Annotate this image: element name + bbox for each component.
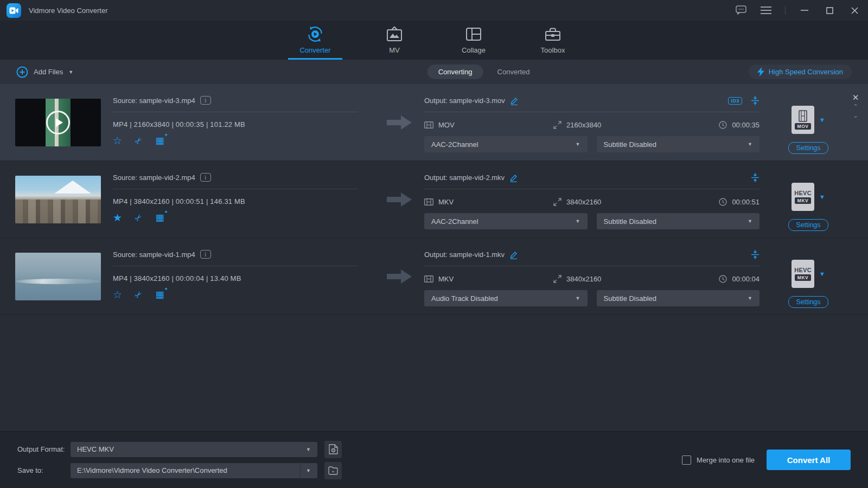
- id3-metadata-icon[interactable]: ID3: [728, 97, 742, 105]
- audio-track-select[interactable]: AAC-2Channel ▼: [424, 213, 588, 229]
- play-icon[interactable]: [46, 111, 70, 134]
- maximize-button[interactable]: [824, 4, 835, 16]
- subtitle-value: Subtitle Disabled: [604, 294, 657, 303]
- window-title: Vidmore Video Converter: [29, 7, 108, 15]
- output-format-badge-button[interactable]: HEVC MKV ▼: [792, 183, 825, 211]
- output-format: MOV: [438, 121, 455, 129]
- minimize-button[interactable]: [799, 4, 810, 16]
- enhance-video-icon[interactable]: ▦✦: [155, 136, 168, 145]
- close-button[interactable]: [848, 4, 860, 16]
- output-filename: Output: sample-vid-3.mov: [424, 97, 505, 105]
- edit-effects-icon[interactable]: ☆: [113, 290, 122, 300]
- tab-converter[interactable]: Converter: [287, 21, 343, 60]
- file-row-2: Source: sample-vid-2.mp4 i MP4 | 3840x21…: [0, 161, 868, 238]
- output-filename: Output: sample-vid-2.mkv: [424, 174, 505, 182]
- tab-toolbox[interactable]: Toolbox: [525, 21, 581, 60]
- enhance-video-icon[interactable]: ▦✦: [155, 290, 168, 299]
- convert-arrow-icon: [374, 161, 424, 237]
- select-caret-icon: ▼: [306, 447, 311, 452]
- audio-track-select[interactable]: AAC-2Channel ▼: [424, 136, 588, 152]
- rename-pencil-icon[interactable]: [510, 97, 519, 105]
- settings-button[interactable]: Settings: [788, 219, 828, 231]
- info-icon[interactable]: i: [200, 173, 211, 182]
- add-files-caret-icon: ▼: [68, 69, 73, 75]
- compress-icon[interactable]: [751, 96, 760, 105]
- output-format-select[interactable]: HEVC MKV ▼: [71, 442, 317, 457]
- info-icon[interactable]: i: [200, 250, 211, 259]
- duration-clock-icon: [719, 121, 727, 129]
- feedback-icon[interactable]: [735, 4, 747, 16]
- video-thumbnail-2[interactable]: [15, 176, 101, 223]
- source-filename: Source: sample-vid-3.mp4: [113, 97, 195, 105]
- select-caret-icon: ▼: [306, 468, 311, 473]
- settings-button[interactable]: Settings: [788, 296, 828, 308]
- divider: [113, 189, 358, 189]
- format-badge-codec: HEVC: [794, 267, 812, 273]
- compress-icon[interactable]: [751, 250, 760, 259]
- tab-mv-label: MV: [389, 46, 400, 54]
- audio-track-value: Audio Track Disabled: [431, 294, 498, 303]
- tab-collage-label: Collage: [462, 46, 486, 54]
- open-folder-button[interactable]: [324, 462, 342, 479]
- cut-icon[interactable]: ✂: [133, 135, 144, 146]
- divider: [113, 112, 358, 112]
- save-to-value: E:\Vidmore\Vidmore Video Converter\Conve…: [77, 466, 227, 474]
- audio-track-select[interactable]: Audio Track Disabled ▼: [424, 290, 588, 306]
- subtitle-select[interactable]: Subtitle Disabled ▼: [597, 290, 760, 306]
- edit-effects-icon[interactable]: ☆: [113, 136, 122, 146]
- convert-arrow-icon: [374, 84, 424, 160]
- output-format-badge-button[interactable]: MOV ▼: [792, 106, 825, 134]
- tab-mv[interactable]: MV: [366, 21, 423, 60]
- format-caret-icon: ▼: [819, 194, 825, 200]
- source-filename: Source: sample-vid-2.mp4: [113, 174, 195, 182]
- subtitle-select[interactable]: Subtitle Disabled ▼: [597, 136, 760, 152]
- output-resolution: 3840x2160: [566, 275, 601, 283]
- checkbox-box[interactable]: [682, 455, 691, 465]
- format-caret-icon: ▼: [819, 117, 825, 123]
- tab-collage[interactable]: Collage: [445, 21, 502, 60]
- rename-pencil-icon[interactable]: [509, 251, 518, 259]
- enhance-video-icon[interactable]: ▦✦: [155, 213, 168, 222]
- add-files-button[interactable]: Add Files ▼: [16, 66, 73, 78]
- output-format-value: HEVC MKV: [77, 445, 114, 453]
- cut-icon[interactable]: ✂: [133, 289, 144, 300]
- merge-into-one-file-checkbox[interactable]: Merge into one file: [682, 455, 755, 465]
- film-badge-icon: [799, 110, 807, 122]
- move-down-icon[interactable]: ⌄: [853, 113, 858, 119]
- settings-button[interactable]: Settings: [788, 142, 828, 154]
- info-icon[interactable]: i: [200, 96, 211, 105]
- select-caret-icon: ▼: [576, 296, 580, 301]
- source-meta: MP4 | 3840x2160 | 00:00:04 | 13.40 MB: [113, 274, 374, 282]
- move-up-icon[interactable]: ⌃: [853, 104, 858, 110]
- toolbar: Add Files ▼ Converting Converted High Sp…: [0, 60, 868, 84]
- convert-all-button[interactable]: Convert All: [767, 450, 851, 470]
- footer-bar: Output Format: HEVC MKV ▼ Save to: E:\Vi…: [0, 431, 868, 488]
- format-badge-codec: HEVC: [794, 190, 812, 196]
- format-badge: HEVC MKV: [792, 260, 814, 288]
- format-settings-button[interactable]: [324, 441, 342, 458]
- subtitle-value: Subtitle Disabled: [604, 140, 657, 149]
- output-duration: 00:00:51: [732, 198, 760, 206]
- cut-icon[interactable]: ✂: [133, 212, 144, 223]
- toolbox-icon: [544, 26, 561, 42]
- tab-converting[interactable]: Converting: [427, 65, 483, 79]
- remove-file-icon[interactable]: ✕: [852, 93, 859, 101]
- output-format-badge-button[interactable]: HEVC MKV ▼: [792, 260, 825, 288]
- compress-icon[interactable]: [751, 173, 760, 182]
- film-icon: [424, 121, 433, 129]
- save-to-select[interactable]: E:\Vidmore\Vidmore Video Converter\Conve…: [71, 463, 317, 478]
- file-row-3: Source: sample-vid-1.mp4 i MP4 | 3840x21…: [0, 238, 868, 315]
- subtitle-select[interactable]: Subtitle Disabled ▼: [597, 213, 760, 229]
- divider: [424, 189, 760, 189]
- tab-converted[interactable]: Converted: [497, 68, 530, 76]
- video-thumbnail-1[interactable]: [15, 99, 101, 146]
- video-thumbnail-3[interactable]: [15, 253, 101, 300]
- tab-converter-label: Converter: [299, 46, 330, 54]
- audio-track-value: AAC-2Channel: [431, 140, 478, 149]
- rename-pencil-icon[interactable]: [509, 174, 518, 182]
- high-speed-label: High Speed Conversion: [769, 68, 843, 76]
- high-speed-conversion-button[interactable]: High Speed Conversion: [749, 65, 852, 79]
- edit-effects-icon-applied[interactable]: ★: [113, 213, 122, 223]
- format-badge-ext: MKV: [795, 274, 811, 281]
- menu-icon[interactable]: [760, 4, 772, 16]
